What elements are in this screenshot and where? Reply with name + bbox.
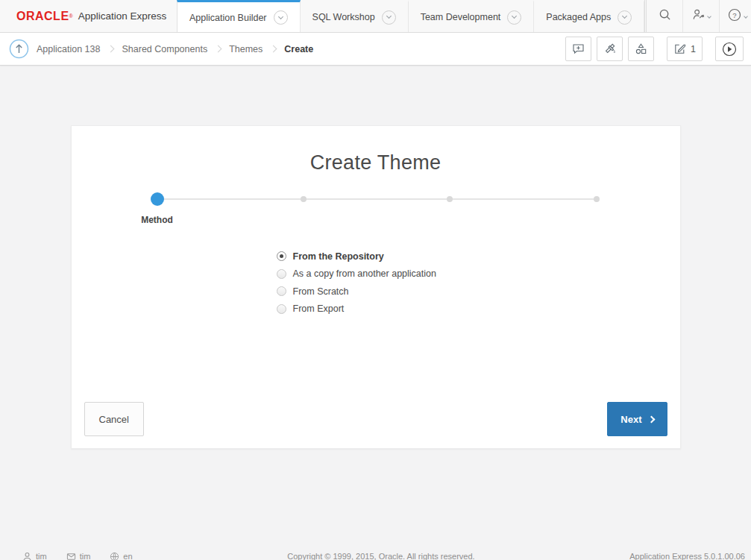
footer-version: Application Express 5.0.1.00.06 (629, 551, 745, 560)
chevron-right-icon (215, 45, 222, 53)
page-footer: tim tim en Copyright © 1999, 2015, (0, 551, 751, 560)
step-label-method: Method (141, 215, 173, 225)
chevron-down-icon[interactable] (274, 10, 288, 25)
method-radio-group: From the Repository As a copy from anoth… (277, 248, 680, 318)
edit-page-button[interactable]: 1 (667, 37, 703, 61)
nav-tools: ? (644, 0, 751, 32)
tab-label: Team Development (421, 12, 501, 22)
chevron-down-icon (744, 14, 748, 19)
utilities-button[interactable] (597, 37, 623, 61)
chevron-right-icon (107, 45, 115, 53)
tab-label: SQL Workshop (312, 12, 375, 22)
oracle-logo: ORACLE (16, 10, 69, 23)
breadcrumb-application[interactable]: Application 138 (37, 44, 100, 54)
chevron-right-icon (270, 45, 277, 53)
radio-button-icon[interactable] (277, 269, 286, 279)
top-navigation-bar: ORACLE® Application Express Application … (0, 0, 751, 33)
footer-user-name: tim (36, 551, 47, 560)
user-icon (22, 552, 32, 560)
footer-session-info: tim tim en (22, 551, 133, 560)
svg-text:?: ? (733, 10, 737, 19)
help-menu-button[interactable]: ? (720, 0, 751, 32)
cancel-button[interactable]: Cancel (84, 402, 144, 436)
radio-option-copy-from-application[interactable]: As a copy from another application (277, 265, 680, 283)
administration-menu-button[interactable] (683, 0, 720, 32)
search-button[interactable] (647, 0, 683, 32)
chevron-down-icon (707, 14, 711, 19)
page-action-buttons: 1 (560, 37, 744, 61)
footer-copyright: Copyright © 1999, 2015, Oracle. All righ… (133, 551, 630, 560)
radio-option-label: As a copy from another application (293, 268, 436, 279)
tab-team-development[interactable]: Team Development (409, 0, 535, 32)
up-one-level-button[interactable] (9, 39, 29, 59)
next-button[interactable]: Next (607, 402, 667, 436)
edit-pencil-icon (673, 43, 686, 55)
chevron-right-icon (647, 415, 655, 423)
flashlight-icon (603, 43, 616, 55)
tab-packaged-apps[interactable]: Packaged Apps (534, 0, 644, 32)
footer-workspace-name: tim (80, 551, 91, 560)
admin-wrench-icon (692, 8, 705, 24)
app-logo: ORACLE® Application Express (0, 0, 177, 32)
chevron-down-icon[interactable] (507, 10, 521, 25)
chevron-down-icon[interactable] (618, 10, 632, 25)
radio-option-label: From Export (293, 303, 345, 314)
step-dot-2 (301, 196, 307, 202)
step-dot-3 (447, 196, 453, 202)
radio-button-icon[interactable] (277, 304, 286, 314)
tab-label: Application Builder (189, 13, 267, 23)
chevron-down-icon[interactable] (382, 10, 396, 25)
radio-option-from-repository[interactable]: From the Repository (277, 248, 680, 265)
feedback-bubble-icon (572, 43, 585, 55)
step-dot-4 (594, 196, 600, 202)
page-title: Create Theme (72, 148, 680, 177)
envelope-icon (66, 552, 76, 560)
footer-workspace: tim (66, 551, 91, 560)
radio-option-from-export[interactable]: From Export (277, 301, 680, 318)
radio-option-label: From Scratch (293, 286, 349, 297)
breadcrumb: Application 138 Shared Components Themes… (37, 44, 313, 54)
registered-mark: ® (69, 13, 73, 20)
tab-application-builder[interactable]: Application Builder (177, 0, 301, 33)
tab-sql-workshop[interactable]: SQL Workshop (301, 0, 409, 32)
edit-page-number: 1 (691, 44, 696, 54)
progress-line (157, 198, 597, 200)
breadcrumb-themes[interactable]: Themes (229, 44, 263, 54)
footer-language-code: en (123, 551, 132, 560)
create-theme-wizard-card: Create Theme Method From the Repository … (71, 125, 681, 449)
tab-label: Packaged Apps (546, 12, 611, 22)
globe-icon (110, 552, 119, 560)
breadcrumb-shared-components[interactable]: Shared Components (122, 44, 207, 54)
up-arrow-icon (9, 50, 29, 61)
shapes-icon (635, 43, 647, 55)
product-name: Application Express (78, 10, 167, 22)
help-icon: ? (728, 8, 741, 25)
shared-components-button[interactable] (628, 37, 654, 61)
wizard-progress-train: Method (72, 192, 680, 230)
step-dot-method (151, 192, 164, 206)
footer-user: tim (22, 551, 47, 560)
radio-button-icon[interactable] (277, 286, 286, 296)
radio-option-label: From the Repository (293, 251, 384, 262)
next-button-label: Next (620, 414, 641, 425)
wizard-button-bar: Cancel Next (72, 402, 680, 448)
page-body: Create Theme Method From the Repository … (0, 66, 751, 560)
run-page-button[interactable] (715, 37, 744, 61)
play-icon (722, 42, 737, 57)
feedback-button[interactable] (565, 37, 591, 61)
search-icon (659, 8, 671, 24)
footer-language: en (110, 551, 132, 560)
radio-option-from-scratch[interactable]: From Scratch (277, 283, 680, 301)
breadcrumb-bar: Application 138 Shared Components Themes… (0, 33, 751, 66)
radio-button-icon[interactable] (277, 251, 286, 261)
breadcrumb-create: Create (284, 44, 313, 54)
